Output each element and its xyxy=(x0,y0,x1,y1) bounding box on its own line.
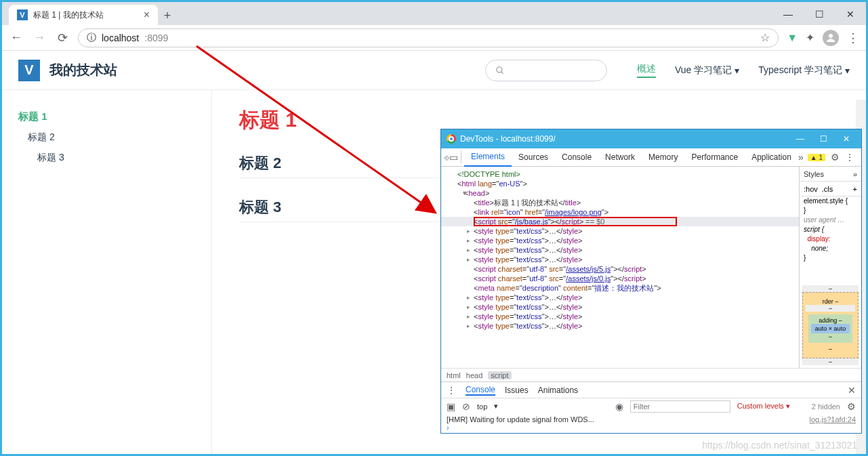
devtools-toolbar: ⟐ ▭ Elements Sources Console Network Mem… xyxy=(441,148,861,167)
minimize-icon[interactable]: — xyxy=(772,3,804,25)
watermark: https://blog.csdn.net/sinat_31213021 xyxy=(702,440,857,451)
tab-memory[interactable]: Memory xyxy=(642,148,684,167)
elements-tree[interactable]: <!DOCTYPE html> <html lang="en-US"> ▼<he… xyxy=(441,167,799,368)
sidebar-item-h2[interactable]: 标题 2 xyxy=(2,127,211,148)
reload-icon[interactable]: ⟳ xyxy=(55,30,70,45)
inspect-icon[interactable]: ⟐ xyxy=(444,152,449,163)
svg-point-0 xyxy=(829,34,833,38)
console-filter-input[interactable] xyxy=(630,400,730,413)
chrome-icon xyxy=(447,134,456,144)
window-controls: — ☐ ✕ xyxy=(772,3,866,25)
elements-breadcrumb[interactable]: html head script xyxy=(441,368,861,381)
nav-overview[interactable]: 概述 xyxy=(637,63,656,78)
chevron-down-icon: ▾ xyxy=(845,65,850,76)
console-output[interactable]: [HMR] Waiting for update signal from WDS… xyxy=(441,414,861,433)
selected-script-node[interactable]: <script src="/js/base.js"></script> == $… xyxy=(441,217,799,226)
search-icon xyxy=(495,66,505,75)
styles-pane[interactable]: Styles» :hov.cls+ element.style { } user… xyxy=(799,167,861,368)
devtools-window: DevTools - localhost:8099/ — ☐ ✕ ⟐ ▭ Ele… xyxy=(440,129,862,434)
tab-application[interactable]: Application xyxy=(745,148,798,167)
drawer-tab-issues[interactable]: Issues xyxy=(505,386,529,395)
bookmark-star-icon[interactable]: ☆ xyxy=(760,31,770,44)
svg-line-2 xyxy=(501,71,503,73)
chevron-down-icon: ▾ xyxy=(735,65,739,76)
drawer-tab-console[interactable]: Console xyxy=(466,385,495,396)
nav-vue[interactable]: Vue 学习笔记 ▾ xyxy=(675,63,739,78)
url-host: localhost xyxy=(102,33,139,43)
sidebar-item-h1[interactable]: 标题 1 xyxy=(2,106,211,127)
log-source[interactable]: log.js?1afd:24 xyxy=(810,415,856,423)
vue-devtools-icon[interactable]: ▼ xyxy=(787,32,798,44)
site-info-icon[interactable]: ⓘ xyxy=(87,32,96,44)
clear-console-icon[interactable]: ⊘ xyxy=(462,401,470,412)
console-context[interactable]: top xyxy=(477,402,487,411)
console-settings-icon[interactable]: ⚙ xyxy=(847,401,856,412)
svg-point-1 xyxy=(497,66,502,72)
console-drawer-tabs: ⋮ Console Issues Animations ✕ xyxy=(441,381,861,398)
url-input[interactable]: ⓘ localhost:8099 ☆ xyxy=(78,28,779,47)
favicon: V xyxy=(17,9,28,20)
live-expression-icon[interactable]: ◉ xyxy=(615,401,623,412)
search-input[interactable] xyxy=(485,60,607,81)
console-sidebar-icon[interactable]: ▣ xyxy=(447,401,455,412)
chrome-menu-icon[interactable]: ⋮ xyxy=(847,30,859,45)
close-tab-icon[interactable]: × xyxy=(144,9,150,21)
device-toggle-icon[interactable]: ▭ xyxy=(449,152,458,163)
log-levels-select[interactable]: Custom levels ▾ xyxy=(737,402,805,411)
tab-strip: V 标题 1 | 我的技术站 × + — ☐ ✕ xyxy=(2,2,866,25)
sidebar: 标题 1 标题 2 标题 3 xyxy=(2,90,212,454)
back-icon[interactable]: ← xyxy=(9,30,24,45)
devtools-menu-icon[interactable]: ⋮ xyxy=(845,152,854,163)
address-bar: ← → ⟳ ⓘ localhost:8099 ☆ ▼ ✦ ⋮ xyxy=(2,25,866,51)
drawer-menu-icon[interactable]: ⋮ xyxy=(447,385,456,396)
url-port: :8099 xyxy=(144,33,168,43)
devtools-titlebar[interactable]: DevTools - localhost:8099/ — ☐ ✕ xyxy=(441,129,861,148)
warnings-badge[interactable]: ▲ 1 xyxy=(808,154,825,161)
tab-console[interactable]: Console xyxy=(555,148,598,167)
browser-tab[interactable]: V 标题 1 | 我的技术站 × xyxy=(9,5,158,25)
box-model: – rder – – adding – auto × auto– – – xyxy=(802,285,859,365)
tab-performance[interactable]: Performance xyxy=(684,148,745,167)
settings-gear-icon[interactable]: ⚙ xyxy=(831,152,840,163)
console-prompt[interactable]: › xyxy=(447,423,856,432)
new-tab-button[interactable]: + xyxy=(158,6,177,25)
maximize-icon[interactable]: ☐ xyxy=(804,3,835,25)
tab-network[interactable]: Network xyxy=(598,148,642,167)
drawer-tab-animations[interactable]: Animations xyxy=(538,386,578,395)
hidden-count: 2 hidden xyxy=(812,402,840,411)
sidebar-item-h3[interactable]: 标题 3 xyxy=(2,148,211,168)
site-logo[interactable]: V xyxy=(18,60,40,81)
site-title[interactable]: 我的技术站 xyxy=(49,61,117,79)
nav-ts[interactable]: Typescript 学习笔记 ▾ xyxy=(758,63,850,78)
log-message: [HMR] Waiting for update signal from WDS… xyxy=(447,415,594,423)
profile-avatar-icon[interactable] xyxy=(823,30,839,46)
devtools-minimize-icon[interactable]: — xyxy=(791,134,810,144)
devtools-title: DevTools - localhost:8099/ xyxy=(460,134,556,144)
tab-elements[interactable]: Elements xyxy=(464,148,512,167)
devtools-close-icon[interactable]: ✕ xyxy=(837,134,856,144)
drawer-close-icon[interactable]: ✕ xyxy=(848,385,856,396)
console-toolbar: ▣ ⊘ top▾ ◉ Custom levels ▾ 2 hidden ⚙ xyxy=(441,398,861,414)
devtools-maximize-icon[interactable]: ☐ xyxy=(814,134,833,144)
more-tabs-icon[interactable]: » xyxy=(798,152,804,163)
close-icon[interactable]: ✕ xyxy=(835,3,866,25)
tab-title: 标题 1 | 我的技术站 xyxy=(33,9,104,21)
forward-icon[interactable]: → xyxy=(32,30,47,45)
site-header: V 我的技术站 概述 Vue 学习笔记 ▾ Typescript 学习笔记 ▾ xyxy=(2,51,866,90)
nav-links: 概述 Vue 学习笔记 ▾ Typescript 学习笔记 ▾ xyxy=(637,63,850,78)
devtools-body: <!DOCTYPE html> <html lang="en-US"> ▼<he… xyxy=(441,167,861,368)
tab-sources[interactable]: Sources xyxy=(512,148,555,167)
extensions-icon[interactable]: ✦ xyxy=(806,31,814,44)
